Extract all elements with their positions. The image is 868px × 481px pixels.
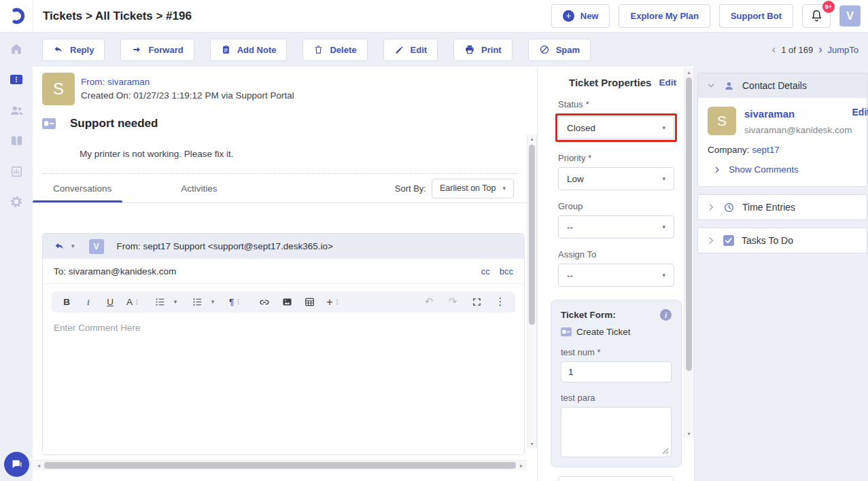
scroll-up-icon[interactable]: ▴ [527,136,536,142]
bullet-list-button[interactable] [192,296,203,308]
font-style-button[interactable]: A⋮ [126,298,139,307]
ticket-from-link[interactable]: From: sivaraman [81,77,294,87]
sidebar-item-contacts[interactable] [8,103,24,118]
assign-to-label: Assign To [558,249,676,260]
italic-button[interactable]: i [83,298,94,307]
contact-details-header[interactable]: Contact Details [698,73,867,98]
ordered-list-caret-icon[interactable]: ▾ [170,299,181,305]
conversation-scrollbar[interactable]: ▴ ▾ [527,135,537,448]
link-button[interactable] [258,296,271,308]
caret-down-icon: ▾ [662,224,665,230]
bcc-link[interactable]: bcc [500,266,513,277]
cc-link[interactable]: cc [481,266,490,277]
horizontal-scrollbar[interactable]: ◂ ▸ [33,460,527,470]
group-dropdown[interactable]: -- ▾ [558,215,674,238]
reply-icon[interactable] [54,240,65,252]
status-dropdown[interactable]: Closed ▾ [558,116,674,139]
sidebar-item-reports[interactable] [8,164,24,179]
editor-more-button[interactable]: ⋮ [495,297,506,307]
new-ticket-button[interactable]: + New [551,4,610,28]
scroll-down-icon[interactable]: ▾ [527,441,536,447]
properties-scrollbar[interactable]: ▴ ▾ [684,68,694,438]
notifications-button[interactable]: 9+ [802,4,831,28]
ticket-card-icon [561,327,572,336]
clock-icon [723,202,735,213]
scrollbar-thumb[interactable] [529,145,535,325]
undo-button[interactable]: ↶ [423,297,434,307]
comment-editor[interactable]: Enter Comment Here [43,313,524,455]
info-icon[interactable]: i [660,309,672,321]
test-num-input[interactable] [561,361,672,382]
ordered-list-button[interactable] [154,296,166,308]
show-comments-toggle[interactable]: Show Comments [713,164,857,175]
app-root: Tickets > All Tickets > #196 + New Explo… [0,0,868,481]
status-label: Status * [558,99,676,109]
print-button[interactable]: Print [453,39,513,61]
link-icon [258,296,271,308]
next-ticket-icon[interactable]: › [818,44,822,55]
contact-side-panel: Contact Details S sivaraman sivaraman@ka… [694,67,868,481]
edit-button[interactable]: Edit [383,39,438,61]
compose-to[interactable]: To: sivaraman@kanidesk.com [54,266,176,277]
explore-plan-button[interactable]: Explore My Plan [619,4,710,28]
scroll-up-icon[interactable]: ▴ [684,69,693,75]
spam-button[interactable]: Spam [528,39,591,61]
contact-name-link[interactable]: sivaraman [744,108,852,120]
insert-image-button[interactable] [281,296,293,308]
user-avatar[interactable]: V [839,5,861,26]
tasks-todo-header[interactable]: Tasks To Do [698,228,867,253]
insert-more-button[interactable]: +⋮ [326,297,339,308]
desk365-logo-icon [7,7,26,25]
app-logo[interactable] [0,0,33,32]
time-entries-header[interactable]: Time Entries [698,195,867,219]
sidebar-item-home[interactable] [8,41,24,56]
scroll-down-icon[interactable]: ▾ [684,431,693,437]
sort-by-dropdown[interactable]: Earliest on Top ▾ [432,179,514,198]
forward-button[interactable]: Forward [120,39,194,61]
contact-details-title: Contact Details [742,80,807,91]
plus-icon: + [563,10,574,22]
scrollbar-thumb[interactable] [44,462,516,469]
prev-ticket-icon[interactable]: ‹ [772,44,776,55]
contact-edit-link[interactable]: Edit [852,107,868,135]
insert-table-button[interactable] [304,296,315,308]
priority-dropdown[interactable]: Low ▾ [558,167,674,190]
notification-badge: 9+ [822,1,835,13]
chevron-right-icon [713,166,721,174]
bold-button[interactable]: B [61,298,72,307]
update-ticket-button[interactable]: Update Ticket [558,476,674,481]
tab-conversations[interactable]: Conversations [33,174,132,202]
scroll-right-icon[interactable]: ▸ [517,463,525,469]
support-bot-button[interactable]: Support Bot [719,4,793,28]
ticket-body: My printer is not working. Please fix it… [80,149,527,159]
sidebar-item-knowledge-base[interactable] [8,133,24,148]
paragraph-button[interactable]: ¶⋮ [229,298,241,307]
fullscreen-button[interactable] [471,297,482,307]
delete-button[interactable]: Delete [302,39,367,61]
add-note-button[interactable]: Add Note [210,39,288,61]
scroll-left-icon[interactable]: ◂ [35,463,43,469]
bullet-list-caret-icon[interactable]: ▾ [207,299,218,305]
ticket-created-on: Created On: 01/27/23 1:19:12 PM via Supp… [81,90,294,101]
ticket-form-title: Ticket Form: [561,310,616,320]
ticket-header: S From: sivaraman Created On: 01/27/23 1… [33,67,537,174]
resize-handle-icon[interactable] [662,448,669,455]
test-num-label: test num * [561,347,672,357]
trash-icon [313,44,324,55]
redo-button[interactable]: ↷ [447,297,458,307]
properties-edit-link[interactable]: Edit [659,77,677,88]
assign-to-dropdown[interactable]: -- ▾ [558,264,674,287]
chat-widget-button[interactable] [4,452,29,477]
sidebar-item-settings[interactable] [8,194,24,209]
reply-button[interactable]: Reply [42,39,105,61]
reply-type-caret-icon[interactable]: ▾ [71,243,75,249]
company-link[interactable]: sept17 [752,145,780,155]
underline-button[interactable]: U [105,298,116,307]
sidebar-item-tickets[interactable] [8,72,24,87]
scrollbar-thumb[interactable] [686,77,692,371]
tasks-todo-title: Tasks To Do [742,235,793,246]
fullscreen-icon [472,297,482,307]
tab-activities[interactable]: Activities [160,174,237,202]
jump-to-link[interactable]: JumpTo [827,45,858,55]
test-para-textarea[interactable] [561,407,672,457]
